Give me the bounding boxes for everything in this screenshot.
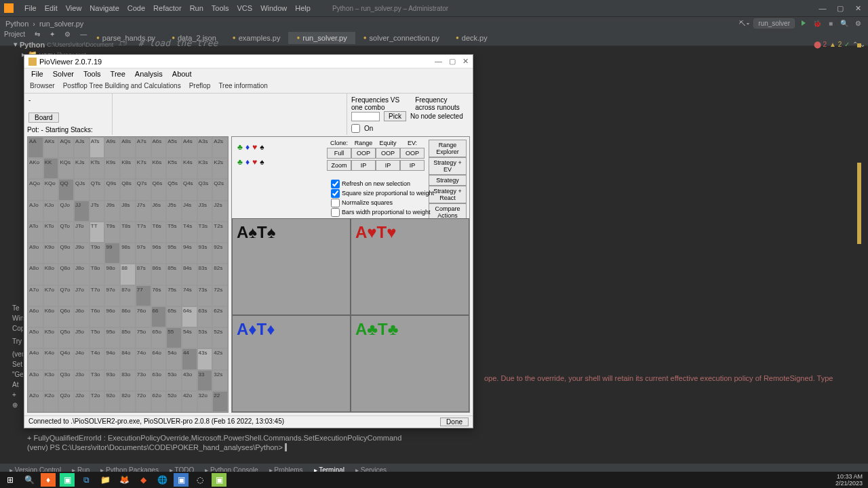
hand-cell[interactable]: K8s bbox=[120, 158, 136, 179]
hand-cell[interactable]: QJo bbox=[58, 201, 74, 222]
maximize-icon[interactable]: ▢ bbox=[449, 57, 456, 66]
hand-cell[interactable]: 86o bbox=[120, 306, 136, 327]
vscode-icon[interactable]: ⧉ bbox=[79, 473, 94, 487]
hand-cell[interactable]: 97s bbox=[136, 243, 151, 264]
hand-cell[interactable]: J2o bbox=[74, 391, 90, 412]
hand-cell[interactable]: Q6s bbox=[151, 179, 167, 200]
hand-cell[interactable]: 98o bbox=[104, 264, 120, 285]
project-root[interactable]: ▾ Python C:\Users\vitor\Document bbox=[12, 39, 100, 49]
hand-cell[interactable]: Q5s bbox=[166, 179, 182, 200]
hand-cell[interactable]: 43s bbox=[197, 348, 213, 369]
hand-cell[interactable]: 63s bbox=[197, 306, 213, 327]
club-icon[interactable]: ♣ bbox=[237, 157, 243, 167]
hand-cell[interactable]: J9s bbox=[104, 201, 120, 222]
hand-cell[interactable]: K6s bbox=[151, 158, 167, 179]
minimize-icon[interactable]: — bbox=[435, 57, 442, 66]
hand-cell[interactable]: 65o bbox=[151, 327, 167, 348]
checkbox[interactable] bbox=[331, 180, 340, 188]
gear-icon[interactable]: ⚙ bbox=[62, 30, 73, 39]
hand-cell[interactable]: 85s bbox=[166, 264, 182, 285]
hand-cell[interactable]: K3s bbox=[197, 158, 213, 179]
hand-cell[interactable]: 94s bbox=[182, 243, 197, 264]
hand-cell[interactable]: A7o bbox=[28, 285, 43, 306]
hand-cell[interactable]: Q7s bbox=[136, 179, 151, 200]
hand-cell[interactable]: Q8o bbox=[58, 264, 74, 285]
explorer-icon[interactable]: 📁 bbox=[98, 473, 113, 487]
pycharm-icon[interactable]: ▣ bbox=[60, 473, 75, 487]
hand-cell[interactable]: T2s bbox=[212, 222, 228, 243]
menu-tools[interactable]: Tools bbox=[212, 4, 229, 12]
hand-cell[interactable]: K4o bbox=[43, 348, 59, 369]
combo-heart[interactable]: A♥T♥ bbox=[351, 218, 469, 315]
hand-cell[interactable]: A2o bbox=[28, 391, 43, 412]
hand-cell[interactable]: 62s bbox=[212, 306, 228, 327]
hand-cell[interactable]: ATs bbox=[90, 137, 105, 158]
terminal-prompt[interactable]: (venv) PS C:\Users\vitor\Documents\CODE\… bbox=[27, 443, 287, 451]
pio-menu-item[interactable]: About bbox=[172, 70, 192, 79]
hand-cell[interactable]: KQo bbox=[43, 179, 59, 200]
star-icon[interactable]: ✦ bbox=[47, 30, 58, 39]
breadcrumb-project[interactable]: Python bbox=[5, 20, 28, 28]
strategy-react-button[interactable]: Strategy + React bbox=[429, 186, 467, 203]
hand-cell[interactable]: K4s bbox=[182, 158, 197, 179]
hand-cell[interactable]: 53s bbox=[197, 327, 213, 348]
hand-cell[interactable]: Q9s bbox=[104, 179, 120, 200]
hand-cell[interactable]: JTo bbox=[74, 222, 90, 243]
hand-cell[interactable]: 44 bbox=[182, 348, 197, 369]
hand-cell[interactable]: J3o bbox=[74, 370, 90, 391]
breadcrumb-file[interactable]: run_solver.py bbox=[39, 20, 83, 28]
ip-range-button[interactable]: IP bbox=[351, 160, 376, 171]
hand-cell[interactable]: 87o bbox=[120, 285, 136, 306]
hand-cell[interactable]: Q3o bbox=[58, 370, 74, 391]
hand-cell[interactable]: 32s bbox=[212, 370, 228, 391]
hand-cell[interactable]: 97o bbox=[104, 285, 120, 306]
close-icon[interactable]: ✕ bbox=[852, 4, 864, 13]
hand-cell[interactable]: T5s bbox=[166, 222, 182, 243]
settings-icon[interactable]: ⚙ bbox=[853, 18, 863, 28]
hand-cell[interactable]: 75o bbox=[136, 327, 151, 348]
hand-cell[interactable]: T4o bbox=[90, 348, 105, 369]
hand-cell[interactable]: 63o bbox=[151, 370, 167, 391]
hand-cell[interactable]: 55 bbox=[166, 327, 182, 348]
app-icon[interactable]: ◌ bbox=[193, 473, 208, 487]
hand-cell[interactable]: 82s bbox=[212, 264, 228, 285]
combo-input[interactable] bbox=[351, 112, 380, 121]
hand-cell[interactable]: A5o bbox=[28, 327, 43, 348]
hand-cell[interactable]: 93s bbox=[197, 243, 213, 264]
combo-diamond[interactable]: A♦T♦ bbox=[232, 315, 351, 412]
hand-cell[interactable]: 85o bbox=[120, 327, 136, 348]
hand-cell[interactable]: 87s bbox=[136, 264, 151, 285]
hand-cell[interactable]: 22 bbox=[212, 391, 228, 412]
hand-cell[interactable]: Q4s bbox=[182, 179, 197, 200]
combo-club[interactable]: A♣T♣ bbox=[351, 315, 469, 412]
hand-cell[interactable]: A3o bbox=[28, 370, 43, 391]
menu-file[interactable]: File bbox=[24, 4, 37, 12]
hand-cell[interactable]: 64s bbox=[182, 306, 197, 327]
app-icon[interactable]: ▣ bbox=[212, 473, 226, 487]
hand-cell[interactable]: KJs bbox=[74, 158, 90, 179]
debug-icon[interactable]: 🐞 bbox=[812, 18, 822, 28]
hand-cell[interactable]: 99 bbox=[104, 243, 120, 264]
hand-cell[interactable]: Q6o bbox=[58, 306, 74, 327]
hand-cell[interactable]: 54s bbox=[182, 327, 197, 348]
hand-cell[interactable]: Q2s bbox=[212, 179, 228, 200]
hand-cell[interactable]: J3s bbox=[197, 201, 213, 222]
hand-cell[interactable]: 62o bbox=[151, 391, 167, 412]
minimize-icon[interactable]: — bbox=[816, 4, 829, 13]
hand-cell[interactable]: 96o bbox=[104, 306, 120, 327]
hand-cell[interactable]: Q8s bbox=[120, 179, 136, 200]
hand-cell[interactable]: T3o bbox=[90, 370, 105, 391]
clock[interactable]: 10:33 AM2/21/2023 bbox=[835, 473, 865, 487]
hand-cell[interactable]: Q9o bbox=[58, 243, 74, 264]
hand-cell[interactable]: 76s bbox=[151, 285, 167, 306]
hand-cell[interactable]: J7o bbox=[74, 285, 90, 306]
hand-cell[interactable]: A6s bbox=[151, 137, 167, 158]
hand-cell[interactable]: 95s bbox=[166, 243, 182, 264]
hand-cell[interactable]: 95o bbox=[104, 327, 120, 348]
hand-cell[interactable]: 92s bbox=[212, 243, 228, 264]
hand-cell[interactable]: T6s bbox=[151, 222, 167, 243]
checkbox[interactable] bbox=[331, 199, 340, 207]
stop-icon[interactable]: ■ bbox=[826, 18, 835, 28]
done-button[interactable]: Done bbox=[440, 418, 469, 426]
range-explorer-button[interactable]: Range Explorer bbox=[429, 140, 467, 157]
